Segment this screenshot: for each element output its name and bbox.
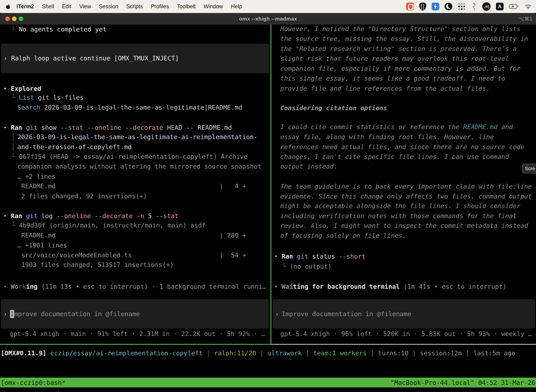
omx-segment: turns:10 [378,350,408,357]
menu-item-toolbelt[interactable]: Toolbelt [177,3,196,10]
screen-overlay-tooltip[interactable]: Scre [522,164,536,173]
text-segment: review. Also, I might want to inspect th… [280,222,528,229]
thinking-paragraph: changes, I can't cite specific file line… [280,153,509,161]
moon-icon[interactable] [445,3,452,10]
menu-item-profiles[interactable]: Profiles [151,3,169,10]
menu-item-window[interactable]: Window [204,3,223,10]
text-segment: git [297,253,308,260]
menu-item-iterm2[interactable]: iTerm2 [17,3,34,10]
text-segment: stat [163,212,179,219]
tmux-status-bar: [omx-cczip0:bash* "MacBook-Pro-44.local"… [0,378,536,387]
text-segment: and [498,123,513,131]
text-segment: short [346,253,365,260]
thinking-paragraph: essay file, along with finding root file… [280,133,494,141]
thinking-paragraph: provide file and line references from th… [280,85,490,92]
text-segment: … +1901 lines [17,242,67,249]
text-segment [56,232,220,239]
menu-item-view[interactable]: View [79,3,91,10]
text-segment [293,253,297,260]
commit-line: └ 4b9d30f (origin/main, instructkr/main,… [11,221,206,229]
text-segment: -- [125,124,133,131]
menu-item-shell[interactable]: Shell [42,3,54,10]
text-segment [38,212,41,219]
text-segment: companion file, especially if more comme… [280,65,520,72]
menu-item-help[interactable]: Help [231,3,242,10]
text-segment: rk [19,283,26,290]
text-segment: ting for background terminal [293,283,400,290]
battery-percent-badge[interactable]: ..61 [482,2,491,11]
input-text: Improve documentation in @filename [282,310,411,317]
menubar-status-icons: ..61 A [406,2,532,11]
omx-segment: | [256,350,268,357]
stat-line: README.md | 4 + [21,182,246,190]
window-title: omx --xhigh --madmax [0,13,536,25]
menu-item-scripts[interactable]: Scripts [126,3,143,10]
text-segment [22,212,26,219]
thinking-heading: Considering citation options [280,104,387,112]
keyboard-layout-badge[interactable]: A [496,3,504,10]
omx-segment: [OMX#0.11.9] [1,350,46,357]
input-text: mprove documentation in @filename [14,310,140,317]
chat-app-icon[interactable] [406,3,414,10]
text-segment: • [3,124,11,131]
text-segment: of focusing solely on file lines. [280,232,406,239]
commit-line: companion analysis without altering the … [17,163,261,170]
tmux-vertical-divider[interactable] [270,25,271,344]
thinking-paragraph: the source tree, missing the essay. Stil… [280,35,528,43]
squiggle-icon[interactable] [471,2,477,11]
text-segment: README.md [21,232,56,239]
tmux-border-right [271,344,536,345]
dots-grid-icon[interactable] [458,2,466,10]
menu-item-edit[interactable]: Edit [62,3,71,10]
omx-segment: | [462,350,474,357]
thinking-paragraph: might be acceptable alongside the file l… [280,202,520,210]
text-segment: Ran [11,212,22,219]
text-segment: the source tree, missing the essay. Stil… [280,35,528,42]
battery-icon[interactable] [509,4,519,9]
text-segment: │ [11,143,15,150]
text-segment: › [4,55,11,62]
text-segment: git [26,124,38,131]
shield-grid-icon[interactable] [419,2,426,10]
text-segment [308,253,312,260]
prompt-input-left[interactable]: ›Improve documentation in @filename [1,299,269,329]
text-segment [163,124,167,131]
omx-segment: last:5m ago [474,350,515,357]
text-segment: might be acceptable alongside the file l… [280,202,520,210]
omx-segment: | [302,350,313,357]
explored-search-line: Search 2026-03-09-is-legal-the-same-as-l… [17,104,242,111]
text-segment: | 280 + [220,232,246,239]
omx-segment: ultrawork [268,350,302,357]
text-segment [38,124,41,131]
wifi-icon[interactable] [524,4,532,9]
prompt-input-right[interactable]: ›Improve documentation in @filename [273,299,535,329]
stat-line: README.md | 280 + [21,232,246,239]
bolt-icon[interactable] [431,3,439,10]
thinking-paragraph: evidence. Since this change only affects… [280,192,532,200]
text-segment: changes, I can't cite specific file line… [280,153,509,160]
waiting-status-line: • Waiting for background terminal (1m 41… [274,283,507,290]
text-segment: Wai [282,283,293,290]
stat-summary-line: 1903 files changed, 513517 insertions(+) [21,261,174,269]
tmux-session-name[interactable]: [omx-cczip0:bash* [1,379,65,386]
text-segment: (1m 41s • esc to interrupt) [400,283,507,290]
text-segment: git ls-files [34,94,84,101]
text-segment: 2026-03-09-is-legal-the-same-as-legitima… [17,133,258,140]
thinking-paragraph: output instead. [280,163,337,170]
text-segment [91,212,95,219]
commit-line: └ 067f154 (HEAD -> essay/ai-reimplementa… [11,153,248,160]
thinking-paragraph: of focusing solely on file lines. [280,232,406,240]
text-segment: 2026-03-09-is-legal-the-same-as-legitima… [40,104,242,111]
text-segment: decorate [133,124,163,131]
text-segment: -- [60,124,68,131]
apple-menu[interactable] [6,4,11,9]
text-segment [57,124,61,131]
thinking-paragraph: the "Related research writing" section i… [280,45,517,53]
text-segment: README.md [21,182,56,190]
text-segment: the "Related research writing" section i… [280,45,517,52]
omx-segment: session:12m [420,350,462,357]
text-segment: src/voice/voiceModeEnabled.ts [21,252,132,259]
thinking-paragraph: However, I noticed the "Directory Struct… [280,25,520,33]
menu-item-session[interactable]: Session [99,3,118,10]
text-segment: Ran [282,253,293,260]
